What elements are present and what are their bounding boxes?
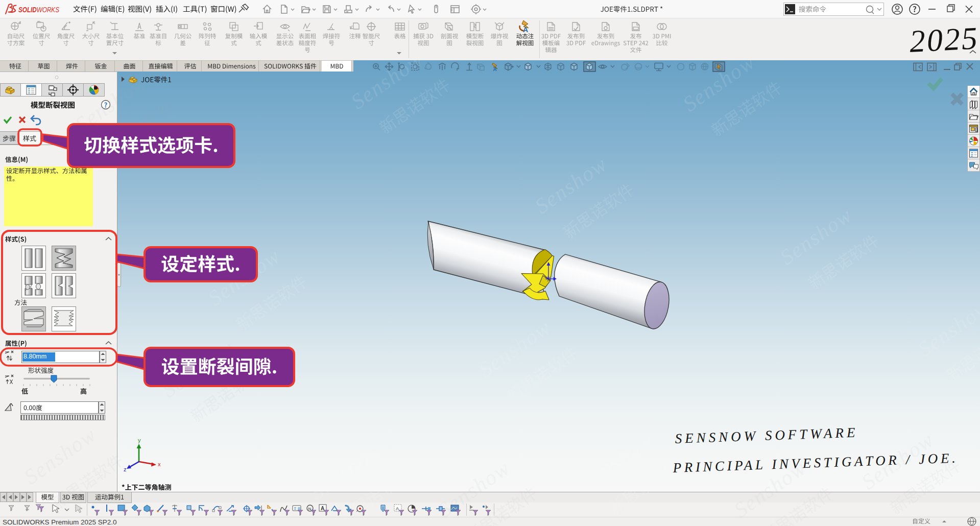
svg-text:A: A bbox=[523, 26, 528, 34]
svg-text:A: A bbox=[396, 506, 399, 511]
svg-text:SENSNOW SOFTWARE: SENSNOW SOFTWARE bbox=[675, 424, 858, 446]
svg-text:2025: 2025 bbox=[909, 20, 979, 59]
svg-text:y: y bbox=[138, 437, 141, 443]
svg-text:A: A bbox=[493, 66, 496, 72]
svg-text:PRINCIPAL INVESTIGATOR / JOE.: PRINCIPAL INVESTIGATOR / JOE. bbox=[672, 450, 959, 476]
svg-text:x: x bbox=[158, 461, 161, 467]
svg-text:z: z bbox=[124, 466, 127, 472]
